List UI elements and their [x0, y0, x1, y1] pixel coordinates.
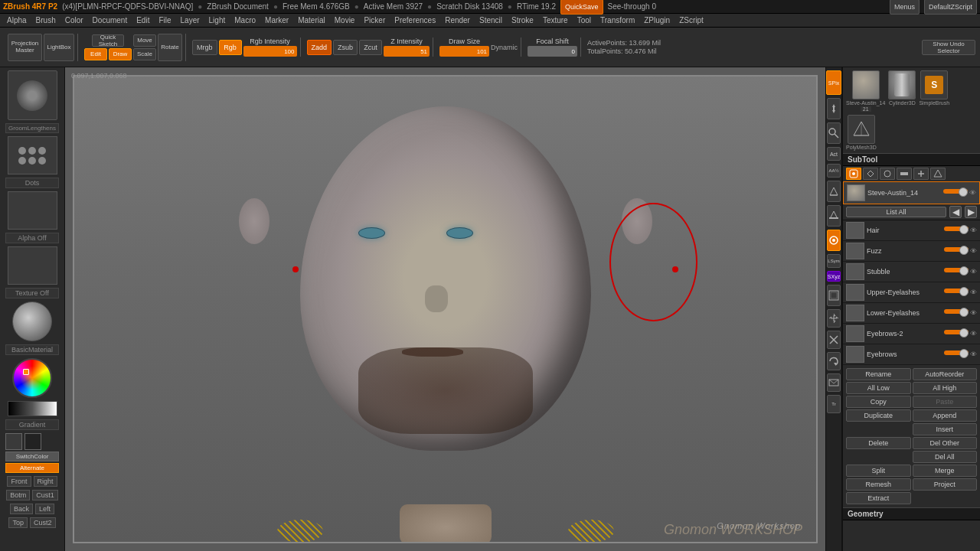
copy-button[interactable]: Copy [846, 396, 911, 408]
menu-stroke[interactable]: Stroke [508, 16, 537, 24]
subtool-icon-5[interactable] [913, 168, 929, 180]
all-high-button[interactable]: All High [913, 382, 978, 394]
subtool-icon-4[interactable] [897, 168, 912, 180]
zsub-button[interactable]: Zsub [333, 40, 358, 55]
lower-eyelashes-toggle[interactable] [944, 309, 969, 314]
subtool-main-toggle[interactable] [943, 189, 968, 194]
append-button[interactable]: Append [913, 409, 978, 422]
all-low-button[interactable]: All Low [846, 382, 911, 394]
lower-eyelashes-eye[interactable]: 👁 [970, 309, 977, 317]
menu-marker[interactable]: Marker [261, 16, 292, 24]
menu-texture[interactable]: Texture [539, 16, 572, 24]
mrgb-button[interactable]: Mrgb [192, 40, 217, 55]
draw-button[interactable]: Draw [109, 48, 132, 60]
z-intensity-slider[interactable]: 51 [384, 46, 430, 57]
dots-brush-preview[interactable] [8, 136, 57, 174]
canvas-area[interactable]: 0.097,1.007,0.068 [65, 67, 825, 551]
insert-button[interactable]: Insert [913, 423, 978, 435]
bottom-button[interactable]: Botm [6, 490, 30, 500]
move-button[interactable]: Move [133, 34, 156, 47]
scroll-button[interactable] [827, 98, 841, 119]
fuzz-toggle[interactable] [944, 247, 969, 252]
cust1-button[interactable]: Cust1 [32, 490, 58, 500]
zcut-button[interactable]: Zcut [359, 40, 382, 55]
menu-alpha[interactable]: Alpha [3, 16, 31, 24]
del-other-button[interactable]: Del Other [913, 437, 978, 449]
frame-button[interactable] [827, 285, 841, 306]
subtool-icon-1[interactable] [846, 168, 861, 180]
brush-preview[interactable] [8, 70, 57, 120]
zoom-button[interactable] [827, 122, 841, 144]
local-button[interactable] [827, 230, 841, 251]
stubble-toggle[interactable] [944, 268, 969, 272]
transp-button[interactable]: Tr [827, 395, 841, 413]
right-button[interactable]: Right [34, 476, 57, 487]
material-preview[interactable] [12, 302, 52, 341]
hair-toggle[interactable] [944, 227, 969, 231]
alternate-button[interactable]: Alternate [5, 463, 59, 473]
imgpoly-button[interactable] [827, 373, 841, 392]
menu-document[interactable]: Document [89, 16, 132, 24]
simplebrush-thumb[interactable]: S SimpleBrush [919, 70, 949, 112]
eyebrows2-toggle[interactable] [944, 330, 969, 334]
eyebrows-toggle[interactable] [944, 350, 969, 355]
quicksave-button[interactable]: QuickSave [560, 0, 603, 15]
extract-button[interactable]: Extract [846, 492, 911, 504]
subtool-main-item[interactable]: Steve-Austin_14 👁 [843, 181, 980, 204]
duplicate-button[interactable]: Duplicate [846, 409, 911, 422]
rename-button[interactable]: Rename [846, 368, 911, 380]
eyebrows-eye[interactable]: 👁 [970, 350, 977, 358]
menus-button[interactable]: Menus [890, 0, 920, 15]
rgb-intensity-slider[interactable]: 100 [243, 46, 297, 57]
subtool-item-eyebrows2[interactable]: Eyebrows-2 👁 [843, 324, 980, 344]
top-button[interactable]: Top [8, 517, 28, 528]
show-undo-selector-button[interactable]: Show Undo Selector [922, 40, 975, 55]
project-button[interactable]: Project [913, 478, 978, 491]
menu-edit[interactable]: Edit [132, 16, 153, 24]
menu-macro[interactable]: Macro [230, 16, 260, 24]
subtool-item-fuzz[interactable]: Fuzz 👁 [843, 241, 980, 262]
scale-tool-button[interactable] [827, 331, 841, 349]
rgb-button[interactable]: Rgb [219, 40, 242, 55]
remesh-button[interactable]: Remesh [846, 478, 911, 491]
menu-stencil[interactable]: Stencil [475, 16, 506, 24]
menu-preferences[interactable]: Preferences [390, 16, 439, 24]
spix-button[interactable]: SPix [826, 70, 841, 95]
subtool-icon-2[interactable] [863, 168, 878, 180]
auto-reorder-button[interactable]: AutoReorder [913, 368, 978, 380]
persp-button[interactable] [827, 181, 841, 202]
upper-eyelashes-toggle[interactable] [944, 289, 969, 293]
subtool-icon-3[interactable] [880, 168, 895, 180]
viewport[interactable]: Gnomon Workshop Gnomon WORKSHOP [73, 75, 818, 543]
left-button[interactable]: Left [35, 504, 54, 514]
switch-color-button[interactable]: SwitchColor [5, 452, 59, 461]
lightbox-button[interactable]: LightBox [44, 34, 74, 61]
menu-light[interactable]: Light [205, 16, 230, 24]
front-button[interactable]: Front [7, 476, 31, 487]
zadd-button[interactable]: Zadd [307, 40, 332, 55]
color-wheel[interactable] [12, 358, 52, 398]
quick-sketch-button[interactable]: Quick Sketch [92, 34, 124, 47]
menu-brush[interactable]: Brush [32, 16, 60, 24]
steve-austin-thumb[interactable]: Steve-Austin_14 21 [846, 70, 885, 112]
projection-master-button[interactable]: Projection Master [8, 34, 42, 61]
subtool-icon-6[interactable] [930, 168, 946, 180]
subtool-item-upper-eyelashes[interactable]: Upper-Eyelashes 👁 [843, 282, 980, 303]
add-subtool-right[interactable]: ▶ [965, 206, 977, 218]
menu-picker[interactable]: Picker [360, 16, 389, 24]
fuzz-eye[interactable]: 👁 [970, 247, 977, 255]
menu-file[interactable]: File [155, 16, 175, 24]
cylinder3d-thumb[interactable]: Cylinder3D [888, 70, 916, 112]
alpha-preview[interactable] [8, 191, 57, 230]
polymesh3d-thumb[interactable]: PolyMesh3D [846, 115, 877, 150]
stubble-eye[interactable]: 👁 [970, 268, 977, 276]
menu-layer[interactable]: Layer [177, 16, 204, 24]
default-script-button[interactable]: DefaultZScript [924, 0, 977, 15]
edit-button[interactable]: Edit [84, 48, 107, 60]
rotate-tool-button[interactable] [827, 352, 841, 370]
menu-zscript[interactable]: ZScript [675, 16, 707, 24]
merge-button[interactable]: Merge [913, 465, 978, 477]
menu-transform[interactable]: Transform [596, 16, 639, 24]
menu-movie[interactable]: Movie [331, 16, 359, 24]
eyebrows2-eye[interactable]: 👁 [970, 330, 977, 337]
